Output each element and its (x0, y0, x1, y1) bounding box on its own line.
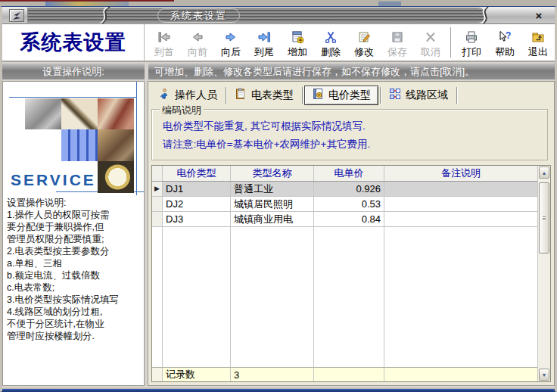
record-count-value: 3 (231, 368, 314, 381)
notice-bar: 可增加、删除、修改各类型后请进行保存，如不保存修改，请点击[取消]。 (148, 64, 555, 79)
app-window: 系统表设置 × 系统表设置 到首 向前 (0, 6, 557, 392)
toolbar-button-edit[interactable]: 修改 (347, 25, 381, 60)
toolbar-button-cancel[interactable]: 取消 (414, 25, 447, 60)
tab-separator (456, 87, 457, 104)
column-header-note[interactable]: 备注说明 (384, 166, 537, 181)
tab-label: 电价类型 (328, 89, 371, 102)
edit-icon (356, 28, 372, 46)
sidebar-header: 设置操作说明: (2, 64, 145, 79)
toolbar: 到首 向前 向后 (145, 24, 555, 61)
toolbar-label: 帮助 (495, 47, 515, 58)
footer-empty-cell (314, 368, 384, 381)
prev-icon (189, 28, 206, 46)
toolbar-button-last[interactable]: 到尾 (247, 25, 281, 60)
cell-price-type: DJ1 (163, 182, 231, 196)
table-empty-area (152, 227, 537, 367)
photo-tools (25, 98, 61, 129)
svg-text:?: ? (506, 30, 511, 41)
tab-meter-type[interactable]: 电表类型 (228, 86, 300, 105)
window-bottom-border (2, 386, 555, 391)
toolbar-button-exit[interactable]: 退出 (521, 25, 555, 60)
tab-operators[interactable]: 操作人员 (151, 86, 224, 105)
toolbar-separator (450, 27, 452, 58)
toolbar-button-next[interactable]: 向后 (214, 25, 247, 60)
cell-price-type: DJ3 (163, 212, 231, 226)
print-icon (463, 28, 480, 46)
service-wordmark: SERVICE (11, 171, 96, 189)
tab-label: 电表类型 (251, 89, 294, 102)
first-icon (156, 28, 173, 46)
cell-type-name: 城镇商业用电 (231, 212, 314, 226)
column-header-price-type[interactable]: 电价类型 (163, 166, 231, 181)
toolbar-label: 修改 (354, 47, 374, 58)
photo-keyboard (61, 129, 98, 161)
grid-line (384, 227, 384, 367)
price-type-icon (312, 88, 324, 102)
cell-type-name: 城镇居民照明 (231, 197, 314, 211)
sidebar: SERVICE 设置操作说明: 1.操作人员的权限可按需 要分配便于兼职操作,但… (2, 81, 145, 386)
code-note-line: 请注意:电单价=基本电价+农网维护+其它费用. (163, 135, 547, 154)
cell-note (384, 197, 537, 211)
meter-type-icon (235, 88, 247, 102)
cell-unit-price: 0.926 (314, 182, 384, 196)
save-icon (389, 28, 406, 46)
tab-separator (380, 87, 381, 104)
toolbar-button-print[interactable]: 打印 (455, 25, 488, 60)
photo-pen (61, 98, 98, 129)
toolbar-label: 删除 (321, 47, 341, 58)
desktop-background (0, 0, 557, 6)
table-row[interactable]: ▶ DJ1 普通工业 0.926 (152, 182, 537, 197)
toolbar-row: 系统表设置 到首 向前 (2, 24, 555, 62)
grid-line (230, 227, 231, 367)
grid-line (162, 227, 163, 367)
close-button[interactable]: × (532, 8, 546, 22)
app-icon[interactable] (9, 9, 24, 22)
vertical-scrollbar[interactable]: ▲ ▼ (537, 166, 550, 381)
table-row[interactable]: DJ2 城镇居民照明 0.53 (152, 197, 537, 212)
code-note-line: 电价类型不能重复, 其它可根据实际情况填写. (163, 117, 547, 135)
decor-line (9, 97, 136, 98)
tab-line-area[interactable]: 线路区域 (382, 86, 455, 105)
toolbar-button-save[interactable]: 保存 (381, 25, 414, 60)
service-collage: SERVICE (3, 82, 144, 195)
toolbar-button-help[interactable]: ? 帮助 (488, 25, 521, 60)
tab-price-type[interactable]: 电价类型 (304, 86, 378, 105)
footer-empty-cell (384, 368, 537, 381)
scrollbar-thumb[interactable] (539, 182, 549, 254)
help-icon: ? (496, 28, 513, 46)
cell-price-type: DJ2 (163, 197, 231, 211)
next-icon (222, 28, 239, 46)
price-type-table: 电价类型 类型名称 电单价 备注说明 ▶ DJ1 普通工业 0.926 (151, 165, 551, 382)
header-selector-cell (152, 166, 163, 181)
scroll-up-button[interactable]: ▲ (539, 166, 549, 179)
photo-pocket-watch (98, 161, 134, 193)
page-title: 系统表设置 (2, 24, 145, 61)
operation-instructions: 设置操作说明: 1.操作人员的权限可按需 要分配便于兼职操作,但 管理员权限分配… (7, 197, 142, 342)
scroll-down-button[interactable]: ▼ (539, 369, 549, 381)
table-row[interactable]: DJ3 城镇商业用电 0.84 (152, 212, 537, 227)
record-count-label: 记录数 (163, 368, 231, 381)
current-row-arrow: ▶ (154, 185, 160, 192)
row-selector: ▶ (152, 182, 163, 196)
footer-selector-cell (152, 368, 163, 381)
tab-separator (226, 87, 226, 104)
toolbar-label: 增加 (288, 47, 307, 58)
titlebar: 系统表设置 × (2, 7, 555, 24)
screen: 系统表设置 × 系统表设置 到首 向前 (0, 0, 557, 392)
table-footer-row: 记录数 3 (152, 367, 537, 381)
cell-type-name: 普通工业 (231, 182, 314, 196)
toolbar-button-add[interactable]: 增加 (281, 25, 314, 60)
cell-note (384, 182, 537, 196)
toolbar-button-first[interactable]: 到首 (148, 25, 181, 60)
toolbar-button-delete[interactable]: 删除 (314, 25, 347, 60)
column-header-unit-price[interactable]: 电单价 (314, 166, 384, 181)
cell-unit-price: 0.53 (314, 197, 384, 211)
toolbar-label: 退出 (528, 47, 548, 58)
column-header-type-name[interactable]: 类型名称 (231, 166, 314, 181)
section-headers: 设置操作说明: 可增加、删除、修改各类型后请进行保存，如不保存修改，请点击[取消… (2, 64, 555, 79)
code-description-groupbox: 编码说明 电价类型不能重复, 其它可根据实际情况填写. 请注意:电单价=基本电价… (151, 109, 548, 160)
toolbar-button-prev[interactable]: 向前 (181, 25, 214, 60)
tab-bar: 操作人员 电表类型 电价类型 (148, 82, 554, 106)
cell-note (384, 212, 537, 226)
decor-line (136, 82, 137, 195)
